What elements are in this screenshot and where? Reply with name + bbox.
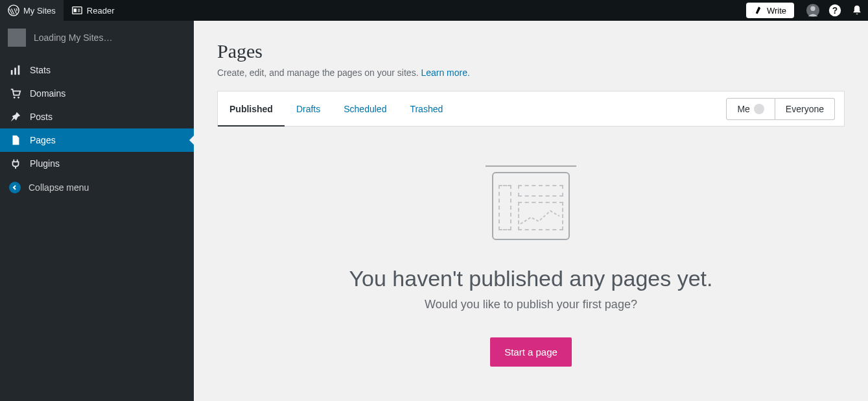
collapse-icon — [9, 182, 21, 193]
write-label: Write — [767, 6, 786, 16]
tab-trashed[interactable]: Trashed — [398, 91, 454, 126]
subtitle-text: Create, edit, and manage the pages on yo… — [217, 67, 421, 78]
empty-illustration — [486, 165, 576, 240]
nav-reader-label: Reader — [87, 6, 115, 16]
sidebar-item-label: Domains — [30, 88, 65, 99]
collapse-label: Collapse menu — [29, 182, 89, 193]
help-button[interactable]: ? — [824, 0, 846, 21]
plug-icon — [9, 157, 22, 170]
write-button[interactable]: Write — [746, 3, 794, 18]
reader-icon — [71, 5, 83, 16]
sidebar-item-label: Plugins — [30, 158, 60, 169]
sidebar-item-plugins[interactable]: Plugins — [0, 152, 194, 175]
site-switcher[interactable]: Loading My Sites… — [0, 21, 194, 55]
author-filter: Me Everyone — [726, 91, 844, 126]
svg-rect-12 — [18, 66, 20, 75]
sidebar-menu: Stats Domains Posts Pages — [0, 58, 194, 175]
stats-icon — [9, 64, 22, 77]
nav-reader[interactable]: Reader — [64, 0, 123, 21]
cart-icon — [9, 87, 22, 100]
learn-more-link[interactable]: Learn more. — [421, 67, 469, 78]
svg-point-14 — [18, 97, 19, 99]
site-thumb — [8, 29, 26, 47]
topbar: My Sites Reader Write ? — [0, 0, 868, 21]
bell-icon — [850, 4, 863, 17]
main-content: Pages Create, edit, and manage the pages… — [194, 21, 868, 401]
sidebar-item-domains[interactable]: Domains — [0, 82, 194, 105]
wordpress-icon — [8, 5, 19, 16]
svg-text:?: ? — [832, 6, 838, 16]
empty-subtitle: Would you like to publish your first pag… — [217, 298, 845, 311]
sidebar-item-stats[interactable]: Stats — [0, 58, 194, 82]
svg-point-7 — [810, 6, 815, 11]
filter-me-label: Me — [737, 104, 749, 114]
sidebar: Loading My Sites… Stats Domains Posts — [0, 21, 194, 401]
filter-everyone-button[interactable]: Everyone — [775, 98, 835, 120]
page-subtitle: Create, edit, and manage the pages on yo… — [217, 67, 845, 78]
tab-drafts[interactable]: Drafts — [285, 91, 332, 126]
filter-me-button[interactable]: Me — [726, 98, 775, 120]
avatar-icon — [806, 3, 820, 18]
tab-scheduled[interactable]: Scheduled — [332, 91, 398, 126]
sidebar-item-label: Posts — [30, 112, 53, 122]
topbar-left: My Sites Reader — [0, 0, 122, 21]
sidebar-item-label: Pages — [30, 135, 56, 145]
filter-bar: Published Drafts Scheduled Trashed Me Ev… — [217, 91, 845, 127]
sidebar-item-posts[interactable]: Posts — [0, 105, 194, 128]
pin-icon — [9, 110, 22, 123]
sidebar-item-label: Stats — [30, 65, 51, 75]
empty-state: You haven't published any pages yet. Wou… — [217, 165, 845, 367]
svg-rect-11 — [14, 67, 16, 75]
svg-rect-2 — [73, 8, 76, 12]
page-icon — [9, 134, 22, 147]
nav-my-sites-label: My Sites — [23, 6, 56, 16]
start-page-button[interactable]: Start a page — [490, 337, 572, 367]
avatar-small-icon — [754, 104, 764, 114]
notifications-button[interactable] — [846, 0, 868, 21]
pen-icon — [754, 6, 763, 15]
nav-my-sites[interactable]: My Sites — [0, 0, 64, 21]
help-icon: ? — [828, 3, 842, 18]
profile-button[interactable] — [802, 0, 824, 21]
empty-title: You haven't published any pages yet. — [217, 266, 845, 291]
tabs: Published Drafts Scheduled Trashed — [218, 91, 454, 126]
collapse-menu[interactable]: Collapse menu — [0, 176, 194, 199]
svg-rect-10 — [11, 70, 13, 75]
loading-label: Loading My Sites… — [34, 32, 112, 43]
page-title: Pages — [217, 40, 845, 62]
tab-published[interactable]: Published — [218, 91, 285, 126]
sidebar-item-pages[interactable]: Pages — [0, 128, 194, 152]
svg-point-13 — [14, 97, 16, 99]
